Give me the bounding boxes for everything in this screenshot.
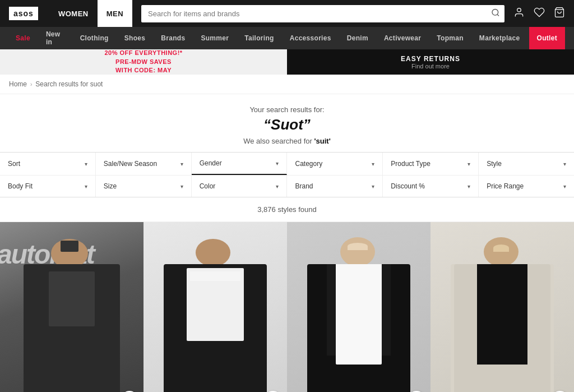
chevron-down-icon: ▾ [85,161,87,167]
wishlist-icon[interactable] [534,7,545,21]
search-input[interactable] [141,5,504,22]
filter-gender[interactable]: Gender ▾ [192,153,288,175]
filter-sale-new-season[interactable]: Sale/New Season ▾ [96,153,192,175]
cat-outlet[interactable]: Outlet [529,27,565,49]
cat-new-in[interactable]: New in [39,27,71,49]
nav-links: WOMEN MEN [49,0,132,27]
promo-left-line2: Pre-MDW saves [115,58,172,65]
chevron-down-icon: ▾ [467,161,470,167]
product-image [287,222,430,392]
cat-topman[interactable]: Topman [430,27,470,49]
product-card[interactable]: MIX & MATCH [287,222,430,392]
breadcrumb: Home › Search results for suot [0,75,574,94]
search-also: We also searched for 'suit' [9,137,565,145]
product-card[interactable] [144,222,287,392]
results-count: 3,876 styles found [0,197,574,222]
promo-left-line3: With code: MAY [115,67,172,73]
filter-size[interactable]: Size ▾ [96,176,192,197]
promo-left[interactable]: 20% OFF EVERYTHING!* Pre-MDW saves With … [0,49,287,75]
nav-women[interactable]: WOMEN [49,0,98,27]
chevron-down-icon: ▾ [180,161,183,167]
promo-banner: 20% OFF EVERYTHING!* Pre-MDW saves With … [0,49,574,75]
cat-tailoring[interactable]: Tailoring [238,27,280,49]
chevron-down-icon: ▾ [276,160,279,167]
cat-clothing[interactable]: Clothing [73,27,115,49]
filter-row-2: Body Fit ▾ Size ▾ Color ▾ Brand ▾ Discou… [0,176,574,197]
cat-marketplace[interactable]: Marketplace [473,27,527,49]
category-nav: Sale New in Clothing Shoes Brands Summer… [0,27,574,49]
chevron-down-icon: ▾ [372,161,374,167]
filter-brand[interactable]: Brand ▾ [287,176,383,197]
search-query: “Suot” [9,116,565,133]
product-card[interactable]: automat [0,222,144,392]
top-nav: asos WOMEN MEN [0,0,574,27]
cat-brands[interactable]: Brands [154,27,192,49]
cat-sale[interactable]: Sale [9,27,37,49]
filter-sort[interactable]: Sort ▾ [0,153,96,175]
promo-left-line1: 20% OFF EVERYTHING!* [104,49,182,56]
account-icon[interactable] [513,7,525,21]
promo-right[interactable]: EASY RETURNS Find out more [287,49,574,75]
search-button[interactable] [491,8,500,19]
svg-point-0 [492,10,498,16]
nav-men[interactable]: MEN [98,0,132,27]
search-bar [141,5,504,22]
filter-bar: Sort ▾ Sale/New Season ▾ Gender ▾ Catego… [0,152,574,197]
cat-summer[interactable]: Summer [194,27,235,49]
product-image [430,222,574,392]
product-card[interactable]: MIX & MATCH [430,222,574,392]
chevron-down-icon: ▾ [563,183,566,190]
svg-line-1 [497,15,499,16]
filter-product-type[interactable]: Product Type ▾ [383,153,479,175]
product-grid: automat [0,222,574,392]
product-image [144,222,287,392]
cat-accessories[interactable]: Accessories [283,27,338,49]
breadcrumb-home[interactable]: Home [9,80,27,88]
cat-denim[interactable]: Denim [340,27,375,49]
filter-discount[interactable]: Discount % ▾ [383,176,479,197]
filter-category[interactable]: Category ▾ [287,153,383,175]
filter-row-1: Sort ▾ Sale/New Season ▾ Gender ▾ Catego… [0,153,574,176]
breadcrumb-separator: › [30,81,32,87]
filter-color[interactable]: Color ▾ [192,176,288,197]
promo-right-sub: Find out more [411,63,450,70]
filter-price-range[interactable]: Price Range ▾ [479,176,574,197]
chevron-down-icon: ▾ [85,183,87,190]
chevron-down-icon: ▾ [276,183,279,190]
nav-icons [513,7,565,21]
breadcrumb-current: Search results for suot [35,80,103,88]
filter-style[interactable]: Style ▾ [479,153,574,175]
svg-point-2 [517,8,521,12]
chevron-down-icon: ▾ [372,183,374,190]
chevron-down-icon: ▾ [563,161,566,167]
chevron-down-icon: ▾ [180,183,183,190]
asos-logo[interactable]: asos [9,7,38,20]
product-image: automat [0,222,144,392]
search-intro: Your search results for: [9,105,565,114]
bag-icon[interactable] [554,7,565,21]
filter-body-fit[interactable]: Body Fit ▾ [0,176,96,197]
promo-right-title: EASY RETURNS [401,55,460,63]
search-results-header: Your search results for: “Suot” We also … [0,94,574,152]
cat-activewear[interactable]: Activewear [377,27,428,49]
cat-shoes[interactable]: Shoes [118,27,152,49]
chevron-down-icon: ▾ [467,183,470,190]
